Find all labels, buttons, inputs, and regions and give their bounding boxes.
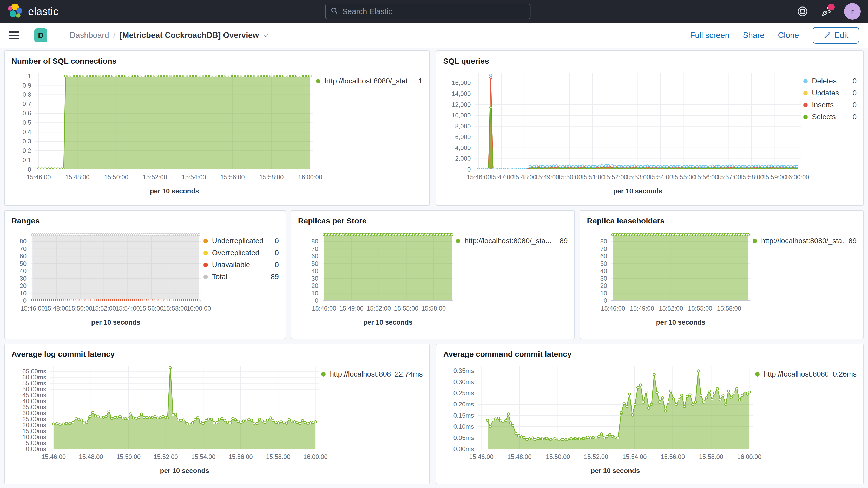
x-tick-label: 15:56:00 [220, 174, 245, 181]
y-tick-label: 0.35ms [454, 367, 474, 374]
panel-title[interactable]: Average command commit latency [443, 350, 857, 359]
legend-item[interactable]: Inserts0 [803, 101, 857, 109]
legend-item[interactable]: Total89 [204, 273, 279, 281]
y-tick-label: 14,000 [452, 90, 471, 97]
x-tick-label: 16:00:00 [187, 305, 211, 312]
x-tick-label: 15:52:00 [584, 453, 608, 460]
legend-value: 89 [271, 273, 279, 281]
y-tick-label: 0 [467, 166, 471, 173]
legend-item[interactable]: http://localhost:8080...0.26ms [755, 370, 857, 378]
x-tick-label: 15:48:00 [507, 453, 531, 460]
legend-dot-icon [204, 239, 208, 243]
y-tick-label: 0.05ms [454, 434, 474, 441]
edit-button[interactable]: Edit [813, 27, 859, 44]
legend-dot-icon [204, 251, 208, 255]
y-tick-label: 80 [20, 238, 27, 245]
share-button[interactable]: Share [743, 31, 765, 40]
chart-replicas-per-store: 80706050403020100 15:46:0015:49:0015:52:… [298, 233, 454, 326]
y-tick-label: 0.1 [23, 156, 31, 164]
chart-command-commit-latency: 0.35ms0.30ms0.25ms0.20ms0.15ms0.10ms0.05… [443, 366, 753, 475]
y-tick-label: 6,000 [455, 133, 471, 141]
brand-name: elastic [28, 6, 59, 18]
legend-dot-icon [456, 239, 460, 243]
plot-area[interactable] [35, 73, 313, 170]
divider [55, 23, 55, 48]
y-tick-label: 20 [311, 282, 318, 289]
elastic-brand[interactable]: elastic [7, 3, 59, 20]
y-tick-label: 0 [28, 166, 31, 173]
news-icon[interactable] [820, 5, 833, 18]
plot-area[interactable] [611, 233, 750, 301]
legend-item[interactable]: Overreplicated0 [204, 249, 279, 257]
y-tick-label: 30 [600, 275, 607, 282]
search-input[interactable] [342, 7, 525, 16]
y-tick-label: 0.10ms [454, 423, 474, 430]
legend-item[interactable]: Updates0 [803, 89, 857, 97]
legend-item[interactable]: Unavailable0 [204, 261, 279, 269]
plot-area[interactable] [51, 366, 319, 449]
x-tick-label: 15:52:00 [92, 305, 116, 312]
y-tick-label: 0.4 [23, 128, 31, 135]
user-avatar[interactable]: r [844, 3, 861, 20]
legend-label: http://localhost:808... [330, 370, 391, 378]
global-search[interactable] [325, 4, 530, 19]
legend-item[interactable]: http://localhost:8080/_sta...89 [753, 237, 857, 245]
y-tick-label: 60 [20, 252, 27, 260]
legend-dot-icon [803, 115, 808, 119]
panel-title[interactable]: Ranges [11, 216, 279, 225]
legend-item[interactable]: http://localhost:8080/_stat...1 [316, 77, 423, 85]
legend-label: Underreplicated [212, 237, 271, 245]
y-tick-label: 80 [311, 238, 318, 245]
panel-title[interactable]: SQL queries [443, 57, 857, 65]
panel-title[interactable]: Number of SQL connections [11, 57, 423, 65]
panel-command-commit-latency: Average command commit latency 0.35ms0.3… [436, 343, 864, 484]
legend-value: 0 [275, 237, 279, 245]
legend-item[interactable]: Deletes0 [803, 77, 857, 85]
legend-label: http://localhost:8080... [764, 370, 829, 378]
page-title[interactable]: [Metricbeat CockroachDB] Overview [120, 31, 269, 40]
x-tick-label: 15:48:00 [512, 174, 536, 181]
y-tick-label: 0.3 [23, 138, 31, 145]
legend-label: http://localhost:8080/_sta... [761, 237, 844, 245]
help-icon[interactable] [796, 5, 809, 18]
breadcrumb-dashboard[interactable]: Dashboard [70, 31, 109, 40]
legend-item[interactable]: Underreplicated0 [204, 237, 279, 245]
y-tick-label: 2,000 [455, 155, 471, 162]
y-tick-label: 0 [23, 297, 27, 304]
legend-dot-icon [204, 263, 208, 267]
plot-area[interactable] [475, 73, 801, 170]
legend-item[interactable]: Selects0 [803, 113, 857, 121]
legend-label: http://localhost:8080/_sta... [464, 237, 555, 245]
legend-label: Overreplicated [212, 249, 271, 257]
legend-value: 89 [848, 237, 857, 245]
panel-title[interactable]: Average log commit latency [11, 350, 423, 359]
x-tick-label: 15:57:00 [717, 174, 741, 181]
x-tick-label: 15:52:00 [659, 305, 683, 312]
x-tick-label: 15:59:00 [762, 174, 786, 181]
x-tick-label: 15:47:00 [489, 174, 514, 181]
plot-area[interactable] [322, 233, 454, 301]
notification-badge [828, 4, 835, 10]
x-tick-label: 15:58:00 [266, 453, 290, 460]
panel-title[interactable]: Replica leaseholders [587, 216, 857, 225]
plot-area[interactable] [478, 366, 753, 449]
full-screen-button[interactable]: Full screen [690, 31, 730, 40]
clone-button[interactable]: Clone [778, 31, 799, 40]
menu-icon[interactable] [9, 31, 19, 39]
x-tick-label: 15:52:00 [367, 305, 391, 312]
chart-log-commit-latency: 65.00ms60.00ms55.00ms50.00ms45.00ms40.00… [11, 366, 319, 475]
y-tick-label: 40 [311, 267, 318, 275]
plot-area[interactable] [31, 233, 201, 301]
legend-dot-icon [204, 275, 208, 279]
y-tick-label: 40 [600, 267, 607, 275]
legend-item[interactable]: http://localhost:8080/_sta...89 [456, 237, 567, 245]
legend-dot-icon [803, 103, 808, 107]
x-tick-label: 15:58:00 [259, 174, 283, 181]
panel-title[interactable]: Replicas per Store [298, 216, 568, 225]
dashboard-badge[interactable]: D [34, 28, 47, 42]
search-icon [330, 7, 339, 16]
pencil-icon [824, 32, 831, 39]
legend-item[interactable]: http://localhost:808...22.74ms [321, 370, 423, 378]
legend-value: 0 [852, 89, 857, 97]
x-tick-label: 15:46:00 [601, 305, 625, 312]
